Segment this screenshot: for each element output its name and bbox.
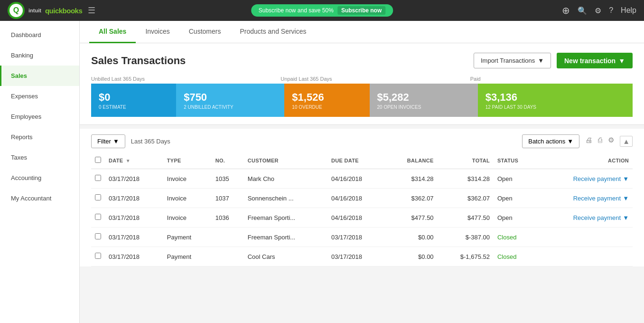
tab-customers[interactable]: Customers: [179, 21, 231, 43]
row-checkbox[interactable]: [95, 233, 101, 239]
row-total: $477.50: [438, 208, 494, 228]
paid-sublabel: 12 PAID LAST 30 DAYS: [485, 104, 625, 110]
gear-icon[interactable]: ⚙: [595, 6, 601, 15]
row-type: Payment: [163, 228, 212, 247]
open-invoices-amount: $5,282: [377, 91, 470, 104]
logo-area: Q intuit quickbooks: [8, 2, 82, 19]
paid-label: Paid: [470, 76, 633, 82]
row-total: $-387.00: [438, 228, 494, 247]
stat-card-overdue[interactable]: $1,526 10 OVERDUE: [284, 84, 369, 117]
table-header-row: DATE ▼ TYPE NO. CUSTOMER D: [91, 152, 633, 169]
row-total: $314.28: [438, 169, 494, 189]
unbilled-label: Unbilled Last 365 Days: [91, 76, 280, 82]
stat-card-estimate[interactable]: $0 0 ESTIMATE: [91, 84, 176, 117]
row-due-date: 04/16/2018: [327, 169, 386, 189]
header-actions: Import Transactions ▼ New transaction ▼: [474, 53, 633, 68]
filter-period: Last 365 Days: [131, 138, 170, 145]
row-checkbox[interactable]: [95, 253, 101, 259]
row-checkbox-cell: [91, 189, 105, 208]
filter-bar: Filter ▼ Last 365 Days Batch actions ▼ 🖨…: [91, 129, 633, 152]
sidebar-item-my-accountant[interactable]: My Accountant: [0, 188, 79, 209]
row-no: [212, 228, 244, 247]
sidebar-item-banking[interactable]: Banking: [0, 45, 79, 66]
row-total: $-1,675.52: [438, 247, 494, 266]
row-no: 1037: [212, 189, 244, 208]
receive-payment-link[interactable]: Receive payment ▼: [541, 175, 629, 182]
import-transactions-button[interactable]: Import Transactions ▼: [474, 53, 551, 68]
sidebar-item-accounting[interactable]: Accounting: [0, 168, 79, 188]
row-customer: Freeman Sporti...: [244, 208, 327, 228]
page-header: Sales Transactions Import Transactions ▼…: [80, 43, 644, 76]
sidebar-item-expenses[interactable]: Expenses: [0, 86, 79, 106]
add-icon[interactable]: ⊕: [562, 5, 570, 16]
receive-payment-link[interactable]: Receive payment ▼: [541, 214, 629, 221]
row-no: 1035: [212, 169, 244, 189]
row-status: Open: [494, 169, 537, 189]
row-customer: Freeman Sporti...: [244, 228, 327, 247]
table-row: 03/17/2018 Payment Cool Cars 03/17/2018 …: [91, 247, 633, 266]
row-checkbox-cell: [91, 247, 105, 266]
sidebar-item-employees[interactable]: Employees: [0, 106, 79, 127]
settings-icon[interactable]: ⚙: [608, 136, 614, 147]
row-status: Open: [494, 189, 537, 208]
main-content: All Sales Invoices Customers Products an…: [80, 21, 644, 323]
row-date: 03/17/2018: [105, 228, 163, 247]
row-status: Open: [494, 208, 537, 228]
stat-card-open-invoices[interactable]: $5,282 20 OPEN INVOICES: [370, 84, 478, 117]
sub-navigation: All Sales Invoices Customers Products an…: [80, 21, 644, 43]
tab-all-sales[interactable]: All Sales: [89, 21, 136, 43]
row-action: Receive payment ▼: [537, 169, 633, 189]
top-nav-icons: ⊕ 🔍 ⚙ ? Help: [562, 5, 636, 16]
select-all-header: [91, 152, 105, 169]
filter-button[interactable]: Filter ▼: [91, 134, 125, 148]
scroll-up-icon[interactable]: ▲: [620, 136, 633, 147]
row-type: Invoice: [163, 169, 212, 189]
due-date-column-header: DUE DATE: [327, 152, 386, 169]
batch-actions-button[interactable]: Batch actions ▼: [522, 134, 579, 148]
quickbooks-logo: Q: [8, 2, 25, 19]
select-all-checkbox[interactable]: [95, 157, 101, 163]
new-transaction-button[interactable]: New transaction ▼: [557, 53, 633, 68]
stat-card-unbilled[interactable]: $750 2 UNBILLED ACTIVITY: [176, 84, 284, 117]
sidebar-item-reports[interactable]: Reports: [0, 127, 79, 147]
sidebar-item-sales[interactable]: Sales: [0, 66, 79, 86]
row-customer: Mark Cho: [244, 169, 327, 189]
sidebar-item-dashboard[interactable]: Dashboard: [0, 25, 79, 45]
table-row: 03/17/2018 Invoice 1036 Freeman Sporti..…: [91, 208, 633, 228]
search-icon[interactable]: 🔍: [578, 6, 587, 15]
type-column-header: TYPE: [163, 152, 212, 169]
filter-dropdown-icon: ▼: [113, 138, 119, 145]
balance-column-header: BALANCE: [386, 152, 438, 169]
estimate-sublabel: 0 ESTIMATE: [99, 104, 168, 110]
subscribe-now-button[interactable]: Subscribe now: [337, 6, 385, 15]
action-column-header: ACTION: [537, 152, 633, 169]
sidebar: Dashboard Banking Sales Expenses Employe…: [0, 21, 80, 323]
export-icon[interactable]: ⎙: [598, 136, 602, 147]
estimate-amount: $0: [99, 91, 168, 104]
help-icon[interactable]: ?: [609, 6, 613, 15]
print-icon[interactable]: 🖨: [585, 136, 592, 147]
row-customer: Sonnenschein ...: [244, 189, 327, 208]
row-checkbox-cell: [91, 169, 105, 189]
tab-products-services[interactable]: Products and Services: [230, 21, 316, 43]
divider: [80, 124, 644, 125]
action-dropdown-icon: ▼: [623, 195, 629, 202]
sidebar-item-taxes[interactable]: Taxes: [0, 147, 79, 168]
date-column-header[interactable]: DATE ▼: [105, 152, 163, 169]
unbilled-sublabel: 2 UNBILLED ACTIVITY: [184, 104, 277, 110]
help-label[interactable]: Help: [621, 6, 636, 15]
row-checkbox[interactable]: [95, 175, 101, 181]
row-checkbox[interactable]: [95, 214, 101, 220]
row-type: Invoice: [163, 189, 212, 208]
receive-payment-link[interactable]: Receive payment ▼: [541, 195, 629, 202]
overdue-sublabel: 10 OVERDUE: [292, 104, 362, 110]
stats-section: Unbilled Last 365 Days Unpaid Last 365 D…: [80, 76, 644, 124]
table-row: 03/17/2018 Invoice 1035 Mark Cho 04/16/2…: [91, 169, 633, 189]
row-checkbox[interactable]: [95, 194, 101, 200]
stat-card-paid[interactable]: $3,136 12 PAID LAST 30 DAYS: [478, 84, 633, 117]
dropdown-arrow-icon: ▼: [618, 57, 625, 65]
hamburger-menu[interactable]: ☰: [88, 5, 95, 16]
tab-invoices[interactable]: Invoices: [136, 21, 179, 43]
row-action: [537, 247, 633, 266]
row-balance: $477.50: [386, 208, 438, 228]
